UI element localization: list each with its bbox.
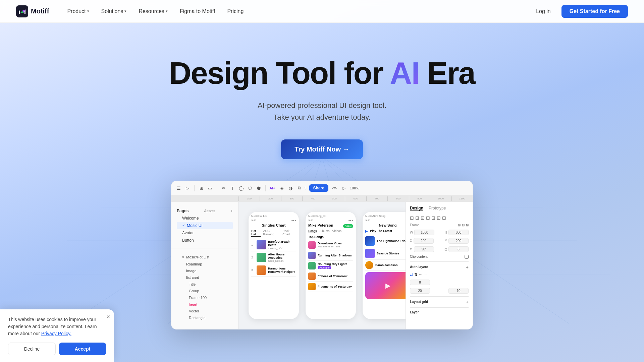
sidebar-layer-image[interactable]: Image [177,267,233,274]
code-icon[interactable]: </> [331,185,338,191]
align-bottom-icon[interactable]: ⊡ [437,215,441,221]
width-input[interactable]: 1000 [414,230,434,235]
padding-v-input[interactable]: 20 [410,288,430,294]
phone3-title: New Song [365,223,406,227]
layout-more-icon[interactable]: ··· [424,273,427,277]
tab-rock[interactable]: Rock Chart [282,229,296,237]
x-input[interactable]: 200 [414,238,434,244]
polygon-icon[interactable]: ⬡ [247,185,253,191]
sidebar-layer-heart[interactable]: heart [177,301,233,308]
phone2-tabs[interactable]: Songs Albums Videos [308,229,353,233]
align-center-v-icon[interactable]: ⊡ [431,215,435,221]
navbar: Motiff Product ▾ Solutions ▾ Resources ▾… [0,0,644,23]
auto-layout-row: Auto layout + [410,264,469,270]
pen-icon[interactable]: ✑ [220,185,227,191]
get-started-button[interactable]: Get Started for Free [561,5,628,18]
y-input[interactable]: 200 [448,238,469,244]
shape-icon[interactable]: ⬟ [255,185,262,191]
wh-row: W 1000 H 800 [410,230,469,235]
sidebar-page-welcome[interactable]: Welcome [177,215,233,222]
logo[interactable]: Motiff [16,5,49,17]
sidebar-page-avatar[interactable]: Avatar [177,229,233,237]
tab-design[interactable]: Design [410,206,423,211]
sidebar-page-mosic-ui[interactable]: ✓ Mosic UI [177,222,233,229]
tab-acg[interactable]: ACG Ranking [263,229,280,237]
sidebar-layer-roadmap[interactable]: Roadmap [177,261,233,267]
frame-controls: ⊞ ⊟ ⊠ [458,223,469,227]
frame-aspect-icon[interactable]: ⊟ [462,223,465,227]
tab-videos[interactable]: Videos [332,229,341,233]
follow-badge[interactable]: Follow [343,224,353,228]
tab-hot-list[interactable]: Hot List [251,229,261,237]
cookie-close-button[interactable]: × [106,313,110,320]
sidebar-page-button[interactable]: Button [177,237,233,244]
privacy-policy-link[interactable]: Privacy Policy. [41,331,71,336]
menu-icon[interactable]: ☰ [175,185,182,191]
album-art-ccl [308,262,316,269]
nav-solutions[interactable]: Solutions ▾ [97,6,131,17]
clip-content-checkbox[interactable] [465,255,469,259]
phone1-label: MusicHot List [251,215,296,218]
sidebar-layer-vector[interactable]: Vector [177,308,233,314]
tab-songs[interactable]: Songs [308,229,317,233]
align-left-icon[interactable]: ⊡ [410,215,414,221]
add-page-icon[interactable]: + [231,209,233,213]
gap-input[interactable]: 8 [410,280,430,285]
cookie-accept-button[interactable]: Accept [59,343,106,355]
add-auto-layout-icon[interactable]: + [466,264,469,270]
share-button[interactable]: Share [309,184,328,192]
cookie-banner: × This website uses cookies to improve y… [0,309,114,362]
sidebar-layer-rectangle[interactable]: Rectangle [177,314,233,321]
height-input[interactable]: 800 [448,230,469,235]
align-top-icon[interactable]: ⊡ [426,215,430,221]
song-item-3: 3 Harmonious Homework Helpers [251,264,296,277]
layout-direction-icon[interactable]: ⇄ [410,273,413,277]
login-button[interactable]: Log in [531,6,556,17]
align-center-h-icon[interactable]: ⊡ [415,215,419,221]
phone-song-list: MusicSong_list 9:41●●● Mike Peterson Fol… [306,212,356,319]
circle-icon[interactable]: ◯ [238,185,245,191]
cookie-decline-button[interactable]: Decline [8,343,56,355]
layout-space-icon[interactable]: ↔ [419,273,422,277]
song-info-ccl: Counting City Lights Developer [318,262,347,269]
play-icon-small[interactable]: ▶ [365,229,368,233]
layout-wrap-icon[interactable]: ⇅ [414,273,417,277]
play-icon[interactable]: ▷ [184,185,191,191]
nav-resources[interactable]: Resources ▾ [134,6,172,17]
grid-icon[interactable]: ⊞ [198,185,205,191]
hero-cta-button[interactable]: Try Motiff Now → [281,139,363,159]
tab-prototype[interactable]: Prototype [429,206,446,211]
rotation-input[interactable]: 90° [414,246,434,252]
dark-icon[interactable]: ◑ [287,185,294,191]
phone1-tabs[interactable]: Hot List ACG Ranking Rock Chart [251,229,296,237]
run-icon[interactable]: ▷ [340,185,347,191]
play-btn-featured[interactable]: ▶ [385,282,390,290]
align-right-icon[interactable]: ⊡ [421,215,425,221]
phone3-statusbar: 9:41●●● [365,219,406,222]
corner-input[interactable]: 8 [448,246,469,252]
frame-resize-icon[interactable]: ⊞ [458,223,461,227]
sarah-info: Sarah Jameson [375,263,398,267]
nav-pricing[interactable]: Pricing [222,6,248,17]
tab-albums[interactable]: Albums [320,229,330,233]
zoom-level[interactable]: 100% [350,186,359,190]
sidebar-layer-group[interactable]: Group [177,288,233,294]
nav-figma[interactable]: Figma to Motiff [175,6,220,17]
components-icon[interactable]: ⧉ [296,185,303,191]
nav-product[interactable]: Product ▾ [62,6,94,17]
sidebar-layer-list-card[interactable]: list-card [177,274,233,281]
sidebar-layer-hot-list[interactable]: ▾ Mosic/Hot List [177,254,233,261]
ai-icon[interactable]: AI+ [269,185,276,191]
distribute-icon[interactable]: ⊡ [442,215,446,221]
add-grid-icon[interactable]: + [466,299,469,305]
frame-icon[interactable]: ▭ [207,185,213,191]
text-icon[interactable]: T [229,185,236,191]
welcome-label: Welcome [182,216,199,221]
fill-icon[interactable]: ◈ [278,185,285,191]
sidebar-layer-frame100[interactable]: Frame 100 [177,294,233,301]
frame-fullscreen-icon[interactable]: ⊠ [466,223,469,227]
song-item-ra: Running After Shadows [308,250,353,261]
assets-label: Assets [204,209,215,213]
padding-h-input[interactable]: 10 [448,288,469,294]
sidebar-layer-title[interactable]: Title [177,281,233,288]
